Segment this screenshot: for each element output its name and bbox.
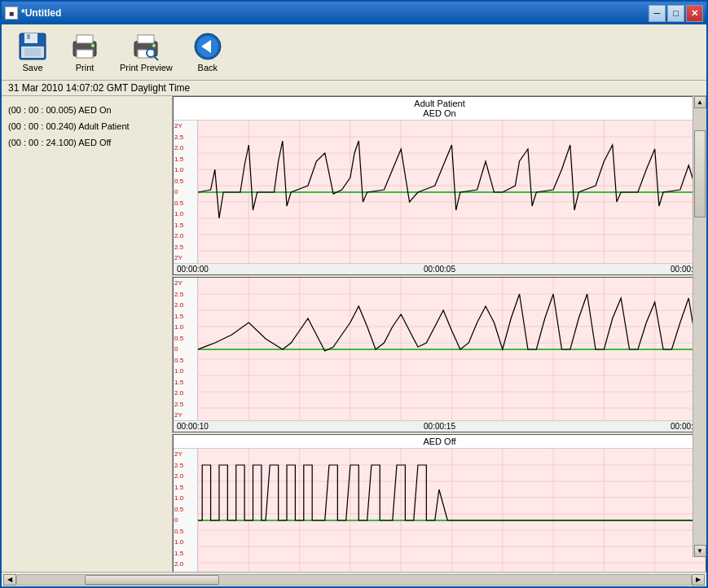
event-label-1: Adult Patient	[78, 121, 129, 131]
svg-rect-6	[77, 35, 93, 43]
event-time-2: (00 : 00 : 24.100)	[8, 138, 78, 147]
scroll-up-button[interactable]: ▲	[694, 96, 706, 108]
chart-area-2	[198, 449, 706, 572]
chart-body-1: 2Y2.52.01.51.00.5 00.51.01.52.02.52Y	[174, 278, 706, 420]
title-bar: ■ *Untitled ─ □ ✕	[2, 2, 706, 24]
window-title: *Untitled	[21, 7, 61, 19]
save-button[interactable]: Save	[8, 28, 57, 77]
chart-title-2: AED Off	[177, 437, 702, 446]
event-row-0: (00 : 00 : 00.005) AED On	[8, 103, 165, 119]
chart-footer-0: 00:00:00 00:00:05 00:00:10	[174, 263, 706, 274]
event-time-0: (00 : 00 : 00.005)	[8, 105, 78, 115]
back-label: Back	[198, 63, 218, 72]
event-label-0: AED On	[78, 105, 111, 115]
main-window: ■ *Untitled ─ □ ✕ Save	[0, 0, 708, 588]
vertical-scrollbar[interactable]: ▲ ▼	[693, 96, 706, 557]
datetime-text: 31 Mar 2010 14:07:02 GMT Daylight Time	[8, 82, 190, 94]
title-bar-left: ■ *Untitled	[5, 7, 61, 20]
chart-header-2: AED Off	[174, 435, 706, 449]
scroll-track-horizontal	[16, 574, 692, 586]
chart-footer-1: 00:00:10 00:00:15 00:00:20	[174, 420, 706, 432]
print-preview-icon	[131, 32, 161, 61]
svg-point-12	[152, 44, 156, 47]
chart-time-start-1: 00:00:10	[177, 422, 209, 431]
event-row-1: (00 : 00 : 00.240) Adult Patient	[8, 119, 165, 135]
chart-block-1: 2Y2.52.01.51.00.5 00.51.01.52.02.52Y	[173, 277, 706, 432]
scroll-down-button[interactable]: ▼	[694, 545, 706, 557]
chart-subtitle-0: AED On	[177, 108, 702, 118]
close-button[interactable]: ✕	[686, 5, 703, 22]
chart-block-2: AED Off 2Y2.52.01.51.00.5 00.51.01.52.02…	[173, 434, 706, 572]
chart-time-mid-1: 00:00:15	[424, 422, 455, 431]
chart-area-1	[198, 278, 706, 420]
chart-time-start-0: 00:00:00	[177, 265, 209, 274]
svg-rect-10	[138, 35, 154, 43]
scroll-left-button[interactable]: ◀	[3, 574, 16, 586]
chart-header-0: Adult Patient AED On	[174, 97, 706, 121]
chart-body-0: 2Y2.52.01.51.00.5 00.51.01.52.02.52Y	[174, 121, 706, 263]
print-icon	[70, 32, 99, 61]
event-row-2: (00 : 00 : 24.100) AED Off	[8, 135, 165, 151]
chart-area-0	[198, 121, 706, 263]
print-label: Print	[76, 63, 95, 72]
svg-rect-7	[77, 50, 93, 58]
chart-panel: Adult Patient AED On 2Y2.52.01.51.00.5 0…	[173, 96, 706, 572]
scroll-right-button[interactable]: ▶	[692, 574, 705, 586]
event-log-panel: (00 : 00 : 00.005) AED On (00 : 00 : 00.…	[2, 96, 173, 572]
event-time-1: (00 : 00 : 00.240)	[8, 121, 78, 131]
chart-time-mid-0: 00:00:05	[424, 265, 455, 274]
chart-scroll-area[interactable]: Adult Patient AED On 2Y2.52.01.51.00.5 0…	[173, 96, 706, 572]
app-icon: ■	[5, 7, 18, 20]
horizontal-scrollbar[interactable]: ◀ ▶	[2, 572, 706, 586]
print-preview-button[interactable]: Print Preview	[112, 28, 180, 77]
minimize-button[interactable]: ─	[649, 5, 666, 22]
svg-line-14	[154, 56, 158, 60]
chart-body-2: 2Y2.52.01.51.00.5 00.51.01.52.02.52Y	[174, 449, 706, 572]
svg-rect-2	[27, 34, 30, 39]
status-bar: 31 Mar 2010 14:07:02 GMT Daylight Time	[2, 81, 706, 96]
svg-rect-1	[24, 33, 37, 43]
scroll-thumb-horizontal[interactable]	[85, 575, 219, 585]
svg-point-8	[91, 44, 95, 47]
save-icon	[18, 32, 47, 61]
back-button[interactable]: Back	[183, 28, 232, 77]
chart-yaxis-2: 2Y2.52.01.51.00.5 00.51.01.52.02.52Y	[174, 449, 198, 572]
chart-title-0: Adult Patient	[177, 99, 702, 108]
chart-yaxis-0: 2Y2.52.01.51.00.5 00.51.01.52.02.52Y	[174, 121, 198, 263]
save-label: Save	[22, 63, 42, 72]
maximize-button[interactable]: □	[667, 5, 684, 22]
back-icon	[193, 32, 222, 61]
scroll-thumb-vertical[interactable]	[694, 130, 706, 217]
title-bar-buttons: ─ □ ✕	[649, 5, 703, 22]
chart-yaxis-1: 2Y2.52.01.51.00.5 00.51.01.52.02.52Y	[174, 278, 198, 420]
event-label-2: AED Off	[78, 138, 111, 147]
scroll-track-vertical	[693, 108, 706, 545]
svg-rect-4	[24, 48, 41, 56]
print-preview-label: Print Preview	[120, 63, 173, 72]
toolbar: Save Print	[2, 24, 706, 81]
print-button[interactable]: Print	[60, 28, 109, 77]
chart-block-0: Adult Patient AED On 2Y2.52.01.51.00.5 0…	[173, 96, 706, 275]
main-content: (00 : 00 : 00.005) AED On (00 : 00 : 00.…	[2, 96, 706, 572]
